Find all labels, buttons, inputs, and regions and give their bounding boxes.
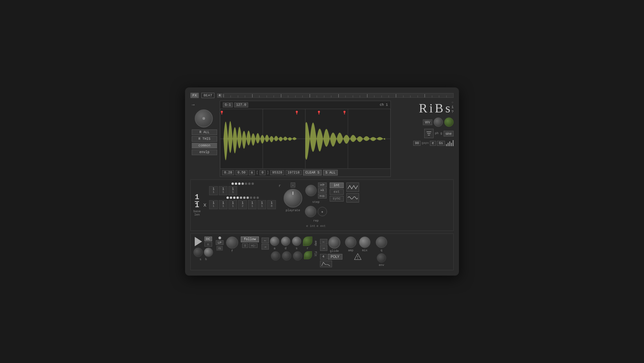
dot-2-2[interactable] <box>230 197 232 199</box>
lp-button[interactable]: LP <box>216 240 223 245</box>
playrate-knob[interactable] <box>284 189 302 208</box>
dc-button[interactable]: DC <box>204 237 212 241</box>
sine-svg <box>348 195 358 201</box>
dot-1-7[interactable] <box>252 183 254 185</box>
wf-val2[interactable]: 0.50 <box>235 170 248 175</box>
dot-2-6[interactable] <box>243 197 246 199</box>
dot-2-7[interactable] <box>247 197 249 199</box>
wf-val6[interactable]: 197218 <box>286 170 302 175</box>
fx-button[interactable]: FX <box>190 93 199 98</box>
d-knob[interactable] <box>281 237 290 246</box>
d-bottom-knob[interactable] <box>282 251 291 261</box>
envlp-button[interactable]: envlp <box>192 149 217 155</box>
glide-knob[interactable] <box>328 237 340 249</box>
dot-1-5[interactable] <box>245 183 247 185</box>
play-button[interactable] <box>195 237 202 246</box>
dot-2-8[interactable] <box>250 197 252 199</box>
step-cell-7[interactable]: 12 <box>238 200 247 209</box>
step-cell-9[interactable]: 11 <box>258 200 266 209</box>
dot-2-3[interactable] <box>233 197 235 199</box>
dot-2-4[interactable] <box>236 197 239 199</box>
i-icon[interactable]: i <box>451 105 454 109</box>
arrow-left2-button[interactable]: ← <box>320 239 327 245</box>
mix-knob[interactable] <box>359 237 370 248</box>
rs-button[interactable]: rs <box>216 246 223 251</box>
r-this-button[interactable]: R THIS <box>192 136 217 142</box>
stardot[interactable]: ✦ <box>318 207 327 216</box>
e-value[interactable]: e <box>430 141 436 146</box>
env-shape-icon[interactable] <box>320 261 332 267</box>
wf-val4[interactable]: 0 <box>260 170 266 175</box>
step-cell-5[interactable]: 11 <box>219 200 227 209</box>
s-knob2[interactable] <box>292 237 301 246</box>
step-cell-10[interactable]: 18 <box>267 200 276 209</box>
minus-button[interactable]: - <box>291 183 295 188</box>
dot-1-3[interactable] <box>238 183 240 185</box>
s-knob[interactable] <box>193 248 203 257</box>
g-knob[interactable] <box>444 117 454 127</box>
wf-val1[interactable]: 0.28 <box>222 170 234 175</box>
int-button[interactable]: int <box>330 183 344 188</box>
ph-knob[interactable] <box>434 117 443 127</box>
dot-2-1[interactable] <box>226 197 229 199</box>
note-tag[interactable]: G-1 <box>223 102 233 107</box>
a-bottom-knob[interactable] <box>271 251 280 261</box>
poly-button[interactable]: POLY <box>328 254 342 260</box>
value-tag[interactable]: 127.0 <box>234 102 248 107</box>
s-label2: s <box>200 258 201 261</box>
wf-val5[interactable]: 95328 <box>270 170 284 175</box>
dot-2-9[interactable] <box>253 197 256 199</box>
h-knob[interactable] <box>204 248 213 257</box>
step-cell-3[interactable]: 11 <box>228 186 237 195</box>
wf-val3[interactable]: a <box>249 170 255 175</box>
step-knob[interactable] <box>305 185 317 196</box>
r-knob[interactable] <box>303 237 312 246</box>
waveform-display[interactable] <box>220 109 391 169</box>
gaps-value[interactable]: 90 <box>413 141 421 146</box>
a-knob[interactable] <box>270 237 279 246</box>
wv-button[interactable]: WV <box>423 119 432 125</box>
zigzag-wave-icon[interactable] <box>346 183 359 192</box>
sine-wave-icon[interactable] <box>346 193 359 203</box>
arrow-left-button[interactable]: ← <box>262 238 269 243</box>
common-button[interactable]: common <box>192 143 217 148</box>
poly-value[interactable]: 4 <box>320 254 327 260</box>
dot-1-1[interactable] <box>231 183 234 185</box>
step-cell-1[interactable]: 11 <box>209 186 218 195</box>
sync-button[interactable]: sync <box>330 196 344 202</box>
n-button[interactable]: n <box>204 242 212 247</box>
step-cell-2[interactable]: 11 <box>219 186 227 195</box>
dot-1-4[interactable] <box>241 183 244 185</box>
zero-button[interactable]: 0 <box>242 243 248 248</box>
ext-button[interactable]: ext <box>330 189 344 195</box>
q-knob[interactable] <box>376 237 387 248</box>
step-cell-6[interactable]: 11 <box>228 200 237 209</box>
dot-2-5[interactable] <box>240 197 242 199</box>
amp2-knob[interactable] <box>345 237 356 248</box>
rep-knob[interactable] <box>305 206 316 217</box>
dot-1-2[interactable] <box>235 183 237 185</box>
arrow-right2-button[interactable]: → <box>320 245 327 251</box>
main-knob[interactable] <box>195 109 213 127</box>
s-bottom-knob[interactable] <box>293 251 302 261</box>
sine-button[interactable]: sine <box>444 131 454 136</box>
env-knob[interactable] <box>377 253 386 263</box>
q-icon[interactable]: ? <box>451 110 454 114</box>
clear-s-button[interactable]: CLEAR S <box>303 170 322 175</box>
oc3-button[interactable]: ∞◁▷ <box>318 194 327 199</box>
inf-button[interactable]: ∞▷ <box>249 243 257 248</box>
oc2-button[interactable]: ∞λ <box>318 188 327 193</box>
r-all-button[interactable]: R ALL <box>192 129 217 135</box>
step-cell-4[interactable]: 11 <box>209 200 218 209</box>
filter-icon[interactable] <box>424 129 434 138</box>
step-cell-8[interactable]: 11 <box>248 200 257 209</box>
dot-2-10[interactable] <box>257 197 259 199</box>
follow-button[interactable]: follow <box>241 237 259 242</box>
s-all-button[interactable]: S ALL <box>323 170 338 175</box>
arrow-right-button[interactable]: → <box>262 244 269 250</box>
dot-1-6[interactable] <box>248 183 251 185</box>
f-knob[interactable] <box>226 237 238 249</box>
r-bottom-knob[interactable] <box>304 251 312 259</box>
oc1-button[interactable]: ∞⟳ <box>318 183 327 188</box>
gs-value[interactable]: Gs <box>437 141 445 146</box>
